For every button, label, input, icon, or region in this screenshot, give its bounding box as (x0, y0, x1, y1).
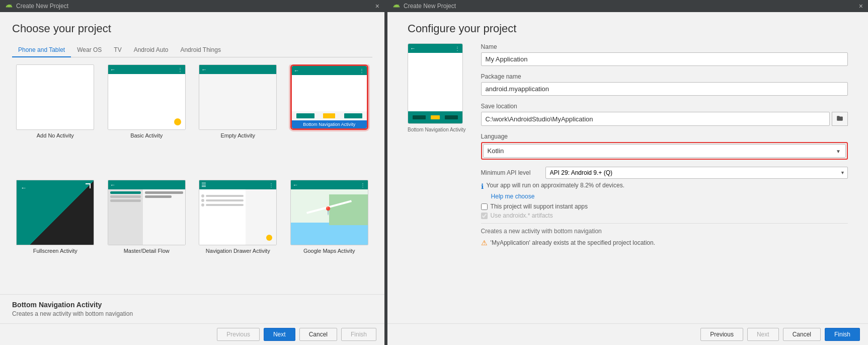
warning-row: ⚠ 'MyApplication' already exists at the … (481, 239, 848, 247)
right-heading: Configure your project (408, 22, 848, 35)
activity-item-empty[interactable]: ← Empty Activity (195, 64, 281, 175)
language-select-wrapper: Java Kotlin ▼ (481, 142, 848, 160)
fullscreen-corner-icon (86, 183, 91, 188)
maps-label: Google Maps Activity (303, 248, 355, 254)
androidx-label: Use androidx.* artifacts (491, 212, 553, 219)
master-mock: ← (108, 180, 185, 245)
activity-item-fullscreen[interactable]: ← Fullscreen Activity (12, 180, 99, 290)
help-link-row: Help me choose (481, 192, 848, 200)
preview-topbar: ← ⋮ (408, 44, 462, 53)
drawer-item-1 (201, 194, 244, 197)
instant-apps-row: This project will support instant apps (481, 203, 848, 210)
left-heading: Choose your project (12, 22, 372, 35)
nav-drawer-label: Navigation Drawer Activity (206, 248, 270, 254)
left-title-bar-left: Create New Project (5, 2, 68, 10)
activity-item-maps[interactable]: ← ⋮ 📍 Google Maps Activity (286, 180, 373, 290)
maps-mock: ← ⋮ 📍 (291, 180, 368, 245)
right-next-button: Next (747, 328, 779, 341)
detail-line-2 (145, 195, 172, 198)
language-row: Language Java Kotlin ▼ (481, 133, 848, 160)
activity-item-master-detail[interactable]: ← (104, 180, 190, 290)
left-close-button[interactable]: × (375, 3, 379, 10)
warning-text: 'MyApplication' already exists at the sp… (491, 239, 655, 246)
android-icon-right (392, 2, 401, 10)
empty-body (199, 74, 276, 129)
maps-thumb: ← ⋮ 📍 (290, 180, 368, 245)
name-input[interactable] (481, 52, 848, 66)
android-icon-left (5, 2, 13, 10)
language-label: Language (481, 133, 848, 140)
language-select[interactable]: Java Kotlin (483, 144, 846, 158)
map-green (329, 194, 368, 225)
help-link[interactable]: Help me choose (491, 193, 535, 200)
drawer-item-3 (201, 203, 244, 206)
nav-drawer-arrow: ☰ (201, 182, 206, 188)
left-content: Choose your project Phone and Tablet Wea… (0, 12, 384, 294)
api-select[interactable]: API 21: Android 5.0 (Lollipop) API 23: A… (545, 167, 848, 179)
save-location-input[interactable] (481, 112, 830, 126)
left-cancel-button[interactable]: Cancel (299, 328, 337, 341)
right-title-bar-left: Create New Project (392, 2, 456, 10)
selected-activity-title: Bottom Navigation Activity (12, 301, 372, 309)
master-detail-label: Master/Detail Flow (124, 248, 170, 254)
left-title-bar: Create New Project × (0, 0, 384, 12)
androidx-checkbox (481, 213, 488, 219)
preview-body (408, 53, 462, 111)
activity-item-nav-drawer[interactable]: ☰ ⋮ (195, 180, 281, 290)
right-cancel-button[interactable]: Cancel (783, 328, 821, 341)
activity-item-basic[interactable]: ← ⋮ Basic Activity (104, 64, 190, 175)
prev-nav-teal-2 (445, 115, 458, 119)
drawer-circle-2 (201, 199, 204, 202)
master-body (108, 189, 185, 245)
package-input[interactable] (481, 82, 848, 96)
preview-phone-thumb: ← ⋮ (408, 43, 463, 124)
prev-nav-teal-1 (413, 115, 426, 119)
no-activity-label: Add No Activity (37, 132, 74, 139)
tab-tv[interactable]: TV (108, 43, 127, 57)
map-water (291, 223, 368, 245)
drawer-item-2 (201, 199, 244, 202)
drawer-text-2 (206, 199, 244, 201)
save-location-label: Save location (481, 103, 848, 110)
maps-arrow: ← (293, 182, 298, 188)
instant-apps-checkbox[interactable] (481, 203, 488, 210)
bottom-nav-dots: ⋮ (359, 68, 365, 74)
detail-line-1 (145, 191, 183, 194)
left-next-button[interactable]: Next (264, 328, 295, 341)
name-row: Name (481, 43, 848, 66)
bottom-nav-topbar: ← ⋮ (292, 66, 367, 75)
bottom-nav-thumb: ← ⋮ Bottom Navigation Activity (290, 64, 368, 130)
basic-activity-thumb: ← ⋮ (108, 64, 186, 130)
tab-android-things[interactable]: Android Things (174, 43, 227, 57)
empty-topbar: ← (199, 65, 276, 74)
nav-drawer-dots: ⋮ (269, 182, 274, 188)
tab-android-auto[interactable]: Android Auto (128, 43, 175, 57)
selected-activity-desc: Creates a new activity with bottom navig… (12, 310, 372, 317)
save-location-input-group (481, 112, 848, 126)
master-list (108, 189, 143, 245)
preview-dots-icon: ⋮ (455, 46, 460, 51)
folder-icon (836, 115, 843, 122)
tab-wear-os[interactable]: Wear OS (71, 43, 108, 57)
bottom-nav-arrow: ← (294, 67, 299, 74)
activity-item-bottom-nav[interactable]: ← ⋮ Bottom Navigation Activity (286, 64, 373, 175)
package-row: Package name (481, 73, 848, 96)
right-title-bar: Create New Project × (387, 0, 868, 12)
right-previous-button[interactable]: Previous (700, 328, 743, 341)
empty-mock: ← (199, 65, 276, 129)
right-title-text: Create New Project (404, 3, 456, 10)
basic-dots: ⋮ (178, 67, 183, 73)
master-line-3 (110, 199, 141, 202)
master-arrow: ← (110, 182, 116, 188)
tab-phone-tablet[interactable]: Phone and Tablet (12, 43, 71, 57)
right-close-button[interactable]: × (859, 3, 863, 10)
right-finish-button[interactable]: Finish (825, 328, 860, 341)
preview-activity-label: Bottom Navigation Activity (408, 127, 466, 132)
browse-button[interactable] (832, 112, 848, 126)
left-description-area: Bottom Navigation Activity Creates a new… (0, 294, 384, 323)
basic-topbar: ← ⋮ (108, 65, 185, 74)
fullscreen-thumb: ← (16, 180, 94, 245)
activity-item-no-activity[interactable]: Add No Activity (12, 64, 99, 175)
drawer-items (201, 194, 244, 206)
map-pin-icon: 📍 (323, 206, 333, 216)
